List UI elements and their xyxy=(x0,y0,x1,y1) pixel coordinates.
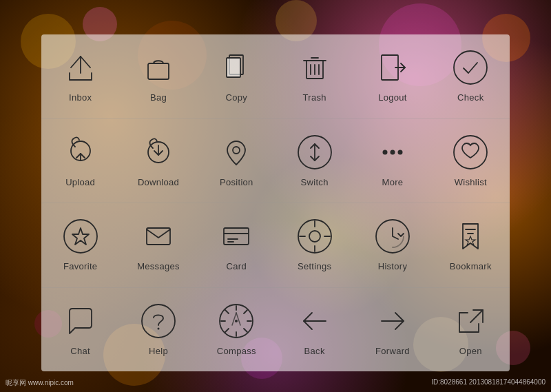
download-label: Download xyxy=(138,177,179,187)
trash-icon xyxy=(297,50,333,88)
svg-point-25 xyxy=(64,220,97,253)
inbox-icon xyxy=(63,50,98,88)
svg-line-51 xyxy=(244,329,247,332)
icon-item-settings[interactable]: Settings xyxy=(280,218,349,271)
copy-icon xyxy=(218,50,254,88)
back-icon xyxy=(297,303,333,342)
card-label: Card xyxy=(227,261,247,271)
icon-item-switch[interactable]: Switch xyxy=(280,134,349,187)
svg-rect-3 xyxy=(148,63,169,79)
svg-point-45 xyxy=(235,320,238,322)
svg-line-52 xyxy=(244,310,247,313)
watermark: 昵享网 www.nipic.com ID:8028661 20130818174… xyxy=(0,378,551,388)
messages-icon xyxy=(141,218,176,257)
logout-icon xyxy=(375,50,410,88)
svg-point-33 xyxy=(309,231,320,242)
icon-item-back[interactable]: Back xyxy=(280,303,349,356)
icon-item-download[interactable]: Download xyxy=(124,134,193,187)
icon-item-upload[interactable]: Upload xyxy=(46,134,115,187)
icon-item-card[interactable]: Card xyxy=(202,218,271,271)
icon-item-chat[interactable]: Chat xyxy=(46,303,115,356)
watermark-left: 昵享网 www.nipic.com xyxy=(6,378,74,388)
bookmark-label: Bookmark xyxy=(450,261,492,271)
position-label: Position xyxy=(220,177,253,187)
svg-point-23 xyxy=(397,149,402,154)
svg-line-58 xyxy=(470,310,483,322)
svg-line-55 xyxy=(232,313,236,325)
svg-rect-5 xyxy=(227,58,240,77)
upload-label: Upload xyxy=(65,177,95,187)
compass-icon xyxy=(218,303,254,342)
svg-line-0 xyxy=(81,56,90,68)
favorite-label: Favorite xyxy=(63,261,97,271)
icon-item-check[interactable]: Check xyxy=(436,50,505,103)
svg-rect-27 xyxy=(147,228,170,245)
help-label: Help xyxy=(149,346,168,356)
compass-label: Compass xyxy=(217,346,256,356)
more-icon xyxy=(375,134,410,173)
icon-row-1: Inbox Bag Copy Trash Logout Check xyxy=(41,34,510,119)
icon-item-copy[interactable]: Copy xyxy=(202,50,271,103)
icon-grid: Inbox Bag Copy Trash Logout Check Upload xyxy=(41,34,510,371)
copy-label: Copy xyxy=(226,92,248,103)
icon-item-position[interactable]: Position xyxy=(202,134,271,187)
svg-line-53 xyxy=(225,329,229,332)
history-icon xyxy=(375,218,410,257)
svg-point-13 xyxy=(454,51,487,84)
svg-marker-26 xyxy=(72,228,89,245)
icon-item-compass[interactable]: Compass xyxy=(202,303,271,356)
card-icon xyxy=(218,218,254,257)
logout-label: Logout xyxy=(378,92,407,103)
icon-item-bag[interactable]: Bag xyxy=(124,50,193,103)
icon-item-wishlist[interactable]: Wishlist xyxy=(436,134,505,187)
icon-item-more[interactable]: More xyxy=(358,134,427,187)
icon-item-help[interactable]: Help xyxy=(124,303,193,356)
position-icon xyxy=(218,134,254,173)
back-label: Back xyxy=(304,346,325,356)
switch-label: Switch xyxy=(301,177,329,187)
svg-point-24 xyxy=(454,136,487,169)
forward-icon xyxy=(375,303,410,342)
wishlist-icon xyxy=(453,134,488,173)
chat-icon xyxy=(63,303,98,342)
chat-label: Chat xyxy=(70,346,90,356)
more-label: More xyxy=(382,177,404,187)
icon-item-inbox[interactable]: Inbox xyxy=(46,50,115,103)
check-label: Check xyxy=(457,92,484,103)
svg-line-50 xyxy=(225,310,229,313)
help-icon xyxy=(141,303,176,342)
icon-item-trash[interactable]: Trash xyxy=(280,50,349,103)
inbox-label: Inbox xyxy=(69,92,92,103)
svg-point-43 xyxy=(157,327,159,329)
icon-row-4: Chat Help Compass Back Forward xyxy=(41,288,510,372)
upload-icon xyxy=(63,134,98,173)
icon-item-logout[interactable]: Logout xyxy=(358,50,427,103)
icon-row-2: Upload Download Position Switch More Wis… xyxy=(41,119,510,204)
check-icon xyxy=(453,50,488,88)
wishlist-label: Wishlist xyxy=(455,177,487,187)
svg-point-22 xyxy=(390,149,395,154)
download-icon xyxy=(141,134,176,173)
open-icon xyxy=(453,303,488,342)
switch-icon xyxy=(297,134,333,173)
icon-item-bookmark[interactable]: Bookmark xyxy=(436,218,505,271)
icon-item-messages[interactable]: Messages xyxy=(124,218,193,271)
watermark-right: ID:8028661 20130818174044864000 xyxy=(431,378,545,388)
favorite-icon xyxy=(63,218,98,257)
icon-item-open[interactable]: Open xyxy=(436,303,505,356)
svg-line-1 xyxy=(71,56,81,68)
bookmark-icon xyxy=(453,218,488,257)
svg-line-54 xyxy=(236,313,240,325)
trash-label: Trash xyxy=(303,92,326,103)
icon-item-favorite[interactable]: Favorite xyxy=(46,218,115,271)
settings-icon xyxy=(297,218,333,257)
svg-point-42 xyxy=(142,305,175,338)
svg-point-21 xyxy=(382,149,387,154)
history-label: History xyxy=(378,261,408,271)
icon-item-forward[interactable]: Forward xyxy=(358,303,427,356)
messages-label: Messages xyxy=(137,261,180,271)
svg-point-18 xyxy=(233,147,240,154)
icon-item-history[interactable]: History xyxy=(358,218,427,271)
settings-label: Settings xyxy=(298,261,331,271)
icon-row-3: Favorite Messages Card Settings History xyxy=(41,203,510,288)
